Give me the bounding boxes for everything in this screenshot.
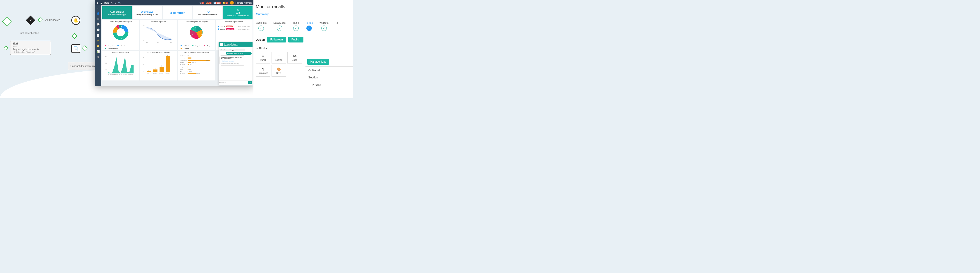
task-org: HR ( Board of Directors ) xyxy=(13,51,48,53)
flow-label: not all collected xyxy=(21,32,39,35)
step-data-model[interactable]: Data Model✓ xyxy=(273,21,286,31)
full-answer-link[interactable]: Click here for full answer xyxy=(221,60,235,62)
fullscreen-button[interactable]: Fullscreen xyxy=(267,37,286,43)
task-type: task xyxy=(13,45,48,48)
sidebar-settings-icon[interactable]: ⚙ xyxy=(97,56,100,59)
username[interactable]: Richard Newton xyxy=(235,2,251,4)
svg-rect-70 xyxy=(188,69,188,70)
panel-row[interactable]: ⚙Panel xyxy=(305,67,353,74)
step-last[interactable]: Ta xyxy=(335,21,338,31)
svg-text:Oct: Oct xyxy=(127,74,129,75)
sidebar-flow-icon[interactable]: ⚡ xyxy=(97,39,100,43)
task-card[interactable]: Work task Request again documents HR ( B… xyxy=(10,41,51,55)
svg-text:6200: 6200 xyxy=(189,67,191,68)
block-code[interactable]: </>Code xyxy=(287,52,302,63)
sidebar-folder-icon[interactable]: 📁 xyxy=(97,45,100,48)
svg-text:MIXED: MIXED xyxy=(146,73,150,75)
svg-text:Comidor Ltd: Comidor Ltd xyxy=(180,73,185,75)
sidebar-clock-icon[interactable]: 🕐 xyxy=(97,29,100,32)
block-paragraph[interactable]: ¶Paragraph xyxy=(256,65,270,76)
section-icon: ▭ xyxy=(277,54,280,58)
section-row[interactable]: Section xyxy=(305,74,353,81)
status-badge: Completed xyxy=(226,28,234,30)
help-menu[interactable]: Help xyxy=(104,2,109,4)
chat-body: Hello how can I help you? How can I crea… xyxy=(219,47,253,80)
sidebar-doc-icon[interactable]: 📄 xyxy=(97,34,100,37)
svg-text:NEGATIVE: NEGATIVE xyxy=(165,73,169,75)
tab-summary[interactable]: Summary xyxy=(256,11,269,18)
manage-tabs-button[interactable]: Manage Tabs xyxy=(307,59,329,65)
sidebar-user-icon[interactable]: 👤 xyxy=(97,12,100,15)
block-section[interactable]: ▭Section xyxy=(272,52,286,63)
tile-po[interactable]: PO Start a new Purchase Order xyxy=(193,6,223,19)
step-widgets[interactable]: Widgets✓ xyxy=(320,21,329,31)
sidebar-chat-icon[interactable]: 💬 xyxy=(97,23,100,26)
widget-vendors[interactable]: Total amounts of orders by vendors Viva … xyxy=(178,51,215,81)
search-icon[interactable]: 🔍 xyxy=(118,2,121,4)
block-panel[interactable]: ≣Panel xyxy=(256,52,270,63)
svg-text:Nov: Nov xyxy=(129,74,131,75)
blocks-header[interactable]: ▼ Blocks xyxy=(253,45,353,52)
priority-field[interactable]: Priority xyxy=(305,81,353,88)
bell-event-icon: 🔔 xyxy=(71,16,80,25)
svg-text:Viva Cosmetics: Viva Cosmetics xyxy=(180,56,186,56)
step-basic-info[interactable]: Basic Info✓ xyxy=(256,21,267,31)
publish-button[interactable]: Publish xyxy=(288,37,304,43)
chat-input[interactable] xyxy=(219,81,248,84)
logo-icon[interactable]: ◆ xyxy=(97,2,99,4)
svg-text:300: 300 xyxy=(105,63,107,64)
widget-line[interactable]: Processes report line 0.8 0.2 Jan Feb Oc… xyxy=(140,20,177,50)
svg-text:Aug: Aug xyxy=(123,74,124,75)
svg-rect-43 xyxy=(159,67,164,72)
messages-icon[interactable]: 📧112 xyxy=(213,2,221,4)
dashboard-window: ◆ ☰ Help ✎ ↻ 🔍 ⚙8 📥3 📧112 🔔2 Richard New… xyxy=(95,0,253,86)
list-icon: ≣ xyxy=(262,54,264,58)
tile-workflows[interactable]: Workflows Design workflows step by step xyxy=(133,6,162,19)
avatar[interactable] xyxy=(230,1,234,5)
menu-icon[interactable]: ☰ xyxy=(100,2,102,4)
widget-pie[interactable]: Customer requests per category 81 34 16 … xyxy=(178,20,215,50)
widget-area[interactable]: Processes line last year 450 300 150 Jan… xyxy=(102,51,139,81)
bot-answer: Comidor offers the ability to build your… xyxy=(220,56,245,65)
svg-text:Mar: Mar xyxy=(112,74,114,75)
svg-text:0: 0 xyxy=(143,71,143,72)
widget-doughnut[interactable]: Sales Order per state doughnut 19 60 29 … xyxy=(102,20,139,50)
tile-brand[interactable]: ◈ comidor xyxy=(163,6,192,19)
svg-rect-73 xyxy=(188,71,188,72)
topbar: ◆ ☰ Help ✎ ↻ 🔍 ⚙8 📥3 📧112 🔔2 Richard New… xyxy=(95,0,253,5)
bell-icon[interactable]: 🔔2 xyxy=(223,2,228,4)
tile-app-builder[interactable]: App Builder Turn your ideas into apps xyxy=(102,6,132,19)
svg-text:19: 19 xyxy=(125,30,126,32)
svg-text:Feb: Feb xyxy=(110,74,111,75)
inbox-icon[interactable]: 📥3 xyxy=(206,2,212,4)
step-forms[interactable]: Forms✓ xyxy=(306,21,313,31)
sidebar-mail-icon[interactable]: ✉ xyxy=(97,17,100,21)
refresh-icon[interactable]: ↻ xyxy=(115,2,116,4)
svg-text:Jan: Jan xyxy=(108,74,109,75)
widget-sentiment[interactable]: Processes requests per sentiment 20 10 0… xyxy=(140,51,177,81)
svg-text:Dec: Dec xyxy=(132,74,133,75)
block-style[interactable]: 🎨Style xyxy=(272,65,286,76)
svg-text:Jun: Jun xyxy=(119,74,120,75)
svg-text:5: 5 xyxy=(195,27,196,28)
svg-text:4: 4 xyxy=(121,26,122,27)
send-button[interactable]: ➤ xyxy=(248,81,252,84)
gateway-icon xyxy=(38,17,43,22)
tile-cr[interactable]: ⊕ CR Raise a new Customer Request xyxy=(223,6,253,19)
status-dot xyxy=(218,26,219,27)
edit-icon[interactable]: ✎ xyxy=(111,2,113,4)
svg-text:257893.48: 257893.48 xyxy=(196,73,200,75)
step-table[interactable]: Table✓ xyxy=(293,21,299,31)
chat-header[interactable]: My name is Leia Ask me if you need assis… xyxy=(219,42,253,47)
svg-rect-52 xyxy=(188,55,188,56)
sidebar-home-icon[interactable]: ⌂ xyxy=(97,7,100,10)
chat-input-row: ➤ xyxy=(219,80,253,85)
svg-rect-39 xyxy=(146,71,151,72)
svg-text:May: May xyxy=(116,74,118,75)
svg-text:104070.4: 104070.4 xyxy=(192,58,195,59)
sidebar-chart-icon[interactable]: 📊 xyxy=(97,50,100,53)
svg-text:60: 60 xyxy=(121,38,123,39)
svg-text:29: 29 xyxy=(116,32,118,34)
brand-logo: ◈ comidor xyxy=(170,11,185,14)
notification-icon[interactable]: ⚙8 xyxy=(199,2,204,4)
